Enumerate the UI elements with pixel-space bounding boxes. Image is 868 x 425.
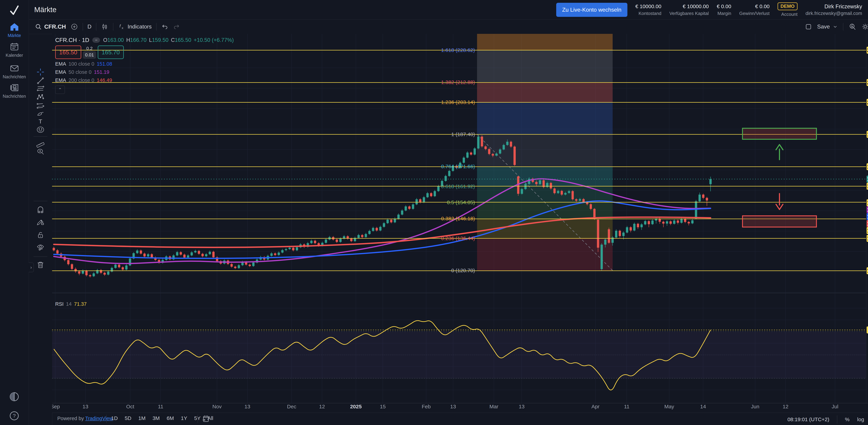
svg-text:1.618 (228.62): 1.618 (228.62): [441, 47, 475, 53]
metric-value: € 0.00: [717, 3, 731, 9]
text-tool-icon[interactable]: T: [36, 117, 44, 125]
source-toggle-icon[interactable]: −: [92, 37, 100, 43]
change-value: +10.50 (+6.77%): [194, 37, 234, 43]
redo-icon[interactable]: [173, 23, 180, 30]
percent-scale-button[interactable]: %: [845, 417, 849, 422]
indicators-button[interactable]: f x Indicators: [118, 23, 152, 31]
interval-button[interactable]: D: [88, 24, 92, 30]
range-5d[interactable]: 5D: [125, 415, 131, 421]
checkmark-logo-icon: [7, 4, 21, 18]
magnet-tool-icon[interactable]: [36, 206, 44, 214]
undo-icon[interactable]: [161, 23, 168, 30]
settings-gear-icon[interactable]: [861, 23, 868, 31]
chevron-down-icon: [833, 24, 838, 29]
range-1m[interactable]: 1M: [138, 415, 146, 421]
app-logo[interactable]: [7, 4, 21, 19]
watchlist-expand-handle[interactable]: ›: [29, 263, 34, 272]
tradingview-link[interactable]: TradingView: [85, 416, 113, 421]
sidebar-item-label: Kalender: [5, 53, 23, 58]
indicator-legend-ema50[interactable]: EMA50 close 0 151.19: [55, 69, 110, 75]
home-icon: [10, 22, 19, 32]
svg-text:146.49: 146.49: [867, 221, 868, 227]
quantity-stepper[interactable]: 0.01: [83, 51, 96, 59]
buy-button[interactable]: 165.70: [98, 45, 124, 59]
emoji-tool-icon[interactable]: [36, 125, 44, 134]
toolbar-divider: [156, 23, 157, 31]
svg-text:f: f: [119, 24, 121, 28]
sidebar-item-kalender[interactable]: Kalender: [0, 42, 29, 58]
drawing-toolbar: T: [29, 34, 53, 425]
chart-legend: CFR.CH · 1D − O163.00 H166.70 L159.50 C1…: [55, 37, 234, 43]
sidebar-item-nachrichten-news[interactable]: Nachrichten: [0, 83, 29, 99]
calendar-icon: [10, 42, 19, 51]
footer-divider: [106, 415, 106, 423]
zoom-in-tool-icon[interactable]: [36, 147, 44, 156]
newspaper-icon: [10, 83, 19, 92]
sell-button[interactable]: 165.50: [55, 45, 81, 59]
help-button[interactable]: ?: [9, 411, 20, 422]
compare-add-icon[interactable]: [70, 23, 78, 31]
trade-widget: 165.50 0.2 0.01 165.70: [55, 45, 124, 59]
account-summary: Zu Live-Konto wechseln € 10000.00 Kontos…: [556, 0, 868, 20]
brush-tool-icon[interactable]: [36, 109, 44, 117]
clock[interactable]: 08:19:01 (UTC+2): [787, 417, 829, 422]
measure-tool-icon[interactable]: [36, 140, 44, 148]
fib-retracement-zone[interactable]: [477, 34, 613, 271]
lock-all-tool-icon[interactable]: [36, 231, 44, 239]
drawing-mode-lock-icon[interactable]: [36, 217, 44, 226]
log-scale-button[interactable]: log: [857, 417, 864, 422]
drawn-zone-box[interactable]: [743, 216, 816, 227]
range-6m[interactable]: 6M: [167, 415, 174, 421]
go-to-date-icon[interactable]: [202, 415, 210, 423]
pattern-tool-icon[interactable]: [36, 93, 44, 101]
symbol-search[interactable]: CFR.CH: [35, 23, 66, 30]
chart-toolbar: CFR.CH D f x Indicators: [29, 20, 868, 34]
save-button[interactable]: Save: [817, 24, 838, 30]
remove-drawings-trash-icon[interactable]: [36, 261, 44, 269]
svg-text:203.07: 203.07: [867, 99, 868, 105]
svg-text:0.5 (154.05): 0.5 (154.05): [447, 200, 475, 205]
indicator-legend-ema100[interactable]: EMA100 close 0 151.08: [55, 61, 112, 67]
indicator-legend-rsi[interactable]: RSI14 71.37: [55, 301, 87, 307]
indicator-legend-ema200[interactable]: EMA200 close 0 146.49: [55, 78, 112, 83]
price-chart[interactable]: 1.618 (228.62)1.382 (212.88)1.236 (203.1…: [52, 34, 868, 414]
svg-text:?: ?: [13, 413, 16, 419]
crosshair-tool-icon[interactable]: [36, 68, 44, 76]
fib-retracement-tool-icon[interactable]: [36, 85, 44, 93]
svg-text:13: 13: [244, 404, 250, 409]
theme-toggle[interactable]: [9, 392, 20, 403]
hide-drawings-eye-icon[interactable]: [36, 243, 44, 251]
legend-symbol[interactable]: CFR.CH · 1D: [55, 37, 89, 43]
svg-text:13: 13: [450, 404, 456, 409]
metric-value: € 10000.00: [683, 3, 709, 9]
svg-text:15: 15: [380, 404, 385, 409]
chart-canvas[interactable]: 1.618 (228.62)1.382 (212.88)1.236 (203.1…: [52, 34, 868, 413]
svg-text:Jul: Jul: [832, 404, 838, 409]
drawn-zone-box[interactable]: [743, 128, 816, 140]
trendline-tool-icon[interactable]: [36, 77, 44, 85]
spread-widget: 0.2 0.01: [83, 45, 96, 59]
legend-collapse-button[interactable]: ⌃: [55, 86, 65, 94]
sidebar-item-maerkte[interactable]: Märkte: [0, 22, 29, 38]
chart-style-icon[interactable]: [101, 23, 108, 31]
sidebar-item-nachrichten-mail[interactable]: Nachrichten: [0, 64, 29, 79]
svg-text:151.08: 151.08: [867, 214, 868, 220]
svg-text:Dec: Dec: [287, 404, 296, 409]
layout-icon[interactable]: [805, 23, 812, 30]
spread-value: 0.2: [86, 46, 93, 51]
range-3m[interactable]: 3M: [152, 415, 160, 421]
svg-text:Mar: Mar: [489, 404, 498, 409]
quick-search-icon[interactable]: [848, 23, 856, 31]
forecast-tool-icon[interactable]: [36, 101, 44, 110]
svg-text:11: 11: [624, 404, 629, 409]
footer-divider: [837, 415, 837, 424]
svg-text:165.50: 165.50: [867, 176, 868, 182]
svg-text:11: 11: [158, 404, 163, 409]
svg-text:187.40: 187.40: [867, 131, 868, 138]
range-5y[interactable]: 5Y: [194, 415, 200, 421]
switch-to-live-button[interactable]: Zu Live-Konto wechseln: [556, 3, 627, 17]
range-1d[interactable]: 1D: [111, 415, 118, 421]
metric-value: € 0.00: [755, 3, 770, 9]
metric-label: Kontostand: [639, 11, 661, 16]
range-1y[interactable]: 1Y: [181, 415, 187, 421]
